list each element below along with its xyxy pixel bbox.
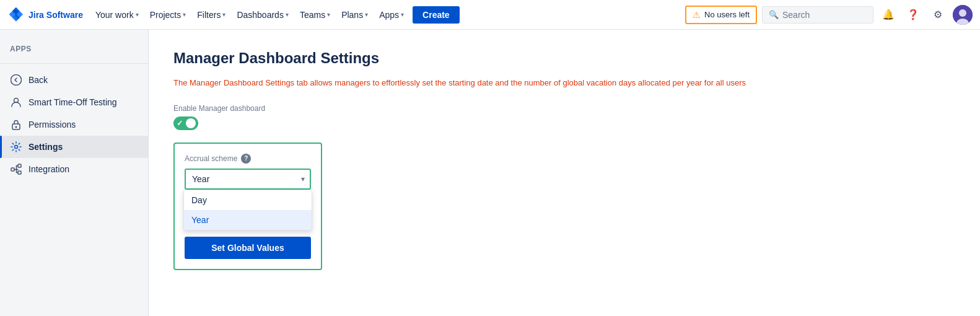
enable-toggle[interactable]: ✓ [173,116,198,130]
sidebar-item-back-label: Back [28,75,48,85]
page-description: The Manager Dashboard Settings tab allow… [173,77,955,89]
main-layout: Apps Back Smart Time-Off Testing [0,30,980,316]
enable-label: Enable Manager dashboard [173,104,955,113]
accrual-box: Accrual scheme ? Day Year ▾ Day Year [173,143,322,270]
no-users-button[interactable]: ⚠ No users left [685,6,757,24]
notifications-button[interactable]: 🔔 [878,5,898,25]
jira-logo[interactable]: Jira Software [7,6,83,24]
top-navigation: Jira Software Your work ▾ Projects ▾ Fil… [0,0,980,30]
svg-point-3 [11,75,22,86]
nav-dashboards[interactable]: Dashboards ▾ [232,6,294,24]
chevron-down-icon: ▾ [365,11,368,18]
nav-items: Your work ▾ Projects ▾ Filters ▾ Dashboa… [90,6,683,24]
chevron-down-icon: ▾ [286,11,289,18]
sidebar-item-permissions[interactable]: Permissions [0,113,148,136]
toggle-slider: ✓ [173,116,198,130]
sidebar-item-smart-time-off[interactable]: Smart Time-Off Testing [0,91,148,113]
integration-icon [10,163,22,175]
avatar[interactable] [953,5,973,25]
set-global-values-button[interactable]: Set Global Values [185,237,311,259]
warning-icon: ⚠ [693,10,701,20]
create-button[interactable]: Create [413,6,460,24]
settings-button[interactable]: ⚙ [928,5,948,25]
chevron-down-icon: ▾ [222,11,225,18]
nav-teams[interactable]: Teams ▾ [295,6,335,24]
jira-logo-icon [7,6,25,24]
dropdown-item-year[interactable]: Year [184,210,312,230]
sidebar-item-integration[interactable]: Integration [0,158,148,180]
search-icon: 🔍 [769,10,779,19]
sidebar-item-back[interactable]: Back [0,69,148,91]
nav-apps[interactable]: Apps ▾ [374,6,409,24]
lock-icon [10,118,22,131]
nav-filters[interactable]: Filters ▾ [192,6,230,24]
chevron-down-icon: ▾ [401,11,404,18]
toggle-check-icon: ✓ [177,119,183,128]
chevron-down-icon: ▾ [136,11,139,18]
sidebar-item-settings-label: Settings [28,142,63,152]
dropdown-item-day[interactable]: Day [184,190,312,210]
chevron-down-icon: ▾ [183,11,186,18]
help-button[interactable]: ❓ [903,5,923,25]
back-arrow-icon [10,74,22,86]
avatar-image [953,5,973,25]
gear-icon [10,141,22,153]
svg-point-7 [15,146,18,149]
page-title: Manager Dashboard Settings [173,50,955,67]
sidebar-divider [0,63,148,64]
enable-toggle-section: Enable Manager dashboard ✓ [173,104,955,130]
topnav-right: ⚠ No users left 🔍 Search 🔔 ❓ ⚙ [685,5,973,25]
accrual-select[interactable]: Day Year [185,169,311,190]
sidebar-item-settings[interactable]: Settings [0,136,148,158]
sidebar-section-title: Apps [0,40,148,58]
svg-point-6 [15,126,17,128]
nav-plans[interactable]: Plans ▾ [336,6,373,24]
sidebar-item-permissions-label: Permissions [28,120,76,129]
nav-your-work[interactable]: Your work ▾ [90,6,144,24]
accrual-label: Accrual scheme ? [185,154,311,164]
person-icon [10,96,22,108]
svg-point-1 [959,9,966,17]
brand-name: Jira Software [28,10,83,20]
accrual-select-wrapper: Day Year ▾ Day Year [185,169,311,190]
nav-projects[interactable]: Projects ▾ [145,6,191,24]
help-icon[interactable]: ? [241,154,251,164]
accrual-dropdown: Day Year [183,190,312,230]
main-content: Manager Dashboard Settings The Manager D… [149,30,980,316]
chevron-down-icon: ▾ [327,11,330,18]
search-box[interactable]: 🔍 Search [762,6,873,24]
sidebar: Apps Back Smart Time-Off Testing [0,30,149,316]
sidebar-item-smart-time-off-label: Smart Time-Off Testing [28,97,117,107]
sidebar-item-integration-label: Integration [28,164,69,174]
